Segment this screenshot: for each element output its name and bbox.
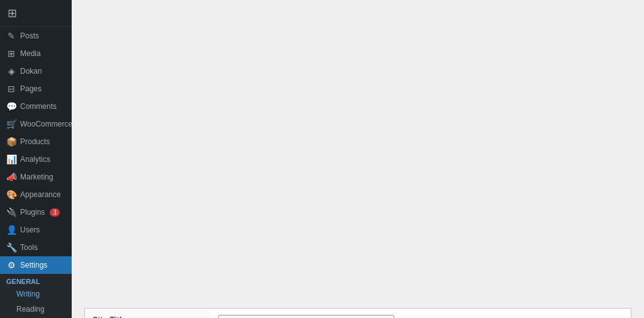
plugins-icon: 🔌 bbox=[6, 207, 16, 217]
sidebar-item-woocommerce[interactable]: 🛒WooCommerce bbox=[0, 115, 72, 133]
sidebar-item-analytics[interactable]: 📊Analytics bbox=[0, 150, 72, 168]
settings-value-site_title bbox=[211, 309, 631, 319]
sidebar-label-woocommerce: WooCommerce bbox=[20, 120, 72, 128]
users-icon: 👤 bbox=[6, 225, 16, 235]
sidebar-item-posts[interactable]: ✎Posts bbox=[0, 27, 72, 45]
input-site_title[interactable] bbox=[218, 315, 394, 318]
submenu-item-writing[interactable]: Writing bbox=[0, 287, 72, 302]
pages-icon: ⊟ bbox=[6, 84, 16, 94]
settings-submenu: GeneralWritingReadingDiscussionMediaPerm… bbox=[0, 274, 72, 318]
woocommerce-icon: 🛒 bbox=[6, 119, 16, 129]
sidebar-item-tools[interactable]: 🔧Tools bbox=[0, 239, 72, 256]
sidebar-label-posts: Posts bbox=[20, 31, 39, 40]
sidebar-item-comments[interactable]: 💬Comments bbox=[0, 98, 72, 115]
sidebar-label-dokan: Dokan bbox=[20, 67, 42, 76]
sidebar-item-media[interactable]: ⊞Media bbox=[0, 45, 72, 62]
sidebar-label-marketing: Marketing bbox=[20, 173, 53, 181]
sidebar-label-settings: Settings bbox=[20, 261, 47, 270]
analytics-icon: 📊 bbox=[6, 154, 16, 164]
comments-icon: 💬 bbox=[6, 101, 16, 111]
settings-icon: ⚙ bbox=[6, 260, 16, 270]
sidebar-label-tools: Tools bbox=[20, 243, 38, 252]
settings-label-site_title: Site Title bbox=[85, 309, 211, 319]
sidebar-nav: ✎Posts⊞Media◈Dokan⊟Pages💬Comments🛒WooCom… bbox=[0, 27, 72, 318]
sidebar-label-comments: Comments bbox=[20, 102, 57, 111]
dokan-icon: ◈ bbox=[6, 66, 16, 76]
settings-row-site_title: Site Title bbox=[85, 309, 631, 319]
sidebar-item-pages[interactable]: ⊟Pages bbox=[0, 80, 72, 98]
sidebar-label-pages: Pages bbox=[20, 84, 42, 93]
sidebar-item-plugins[interactable]: 🔌Plugins3 bbox=[0, 203, 72, 221]
products-icon: 📦 bbox=[6, 137, 16, 147]
plugins-badge: 3 bbox=[50, 208, 60, 217]
sidebar-label-products: Products bbox=[20, 137, 50, 146]
sidebar-item-users[interactable]: 👤Users bbox=[0, 221, 72, 239]
sidebar-item-products[interactable]: 📦Products bbox=[0, 133, 72, 150]
sidebar-label-media: Media bbox=[20, 49, 41, 58]
appearance-icon: 🎨 bbox=[6, 190, 16, 200]
sidebar-label-appearance: Appearance bbox=[20, 190, 61, 199]
wp-logo-icon: ⊞ bbox=[8, 6, 17, 20]
submenu-heading: General bbox=[0, 274, 72, 287]
sidebar-label-plugins: Plugins bbox=[20, 208, 45, 217]
sidebar-item-settings[interactable]: ⚙Settings bbox=[0, 256, 72, 274]
posts-icon: ✎ bbox=[6, 31, 16, 41]
sidebar-item-appearance[interactable]: 🎨Appearance bbox=[0, 186, 72, 203]
sidebar: ⊞ ✎Posts⊞Media◈Dokan⊟Pages💬Comments🛒WooC… bbox=[0, 0, 72, 318]
sidebar-label-analytics: Analytics bbox=[20, 155, 50, 164]
wp-logo: ⊞ bbox=[0, 0, 72, 27]
media-icon: ⊞ bbox=[6, 48, 16, 59]
settings-table: Site TitleTaglineIn a few words, explain… bbox=[84, 308, 631, 318]
sidebar-label-users: Users bbox=[20, 225, 40, 234]
sidebar-item-marketing[interactable]: 📣Marketing bbox=[0, 168, 72, 186]
submenu-item-reading[interactable]: Reading bbox=[0, 302, 72, 317]
tools-icon: 🔧 bbox=[6, 242, 16, 253]
main-area: Site TitleTaglineIn a few words, explain… bbox=[72, 0, 644, 318]
sidebar-item-dokan[interactable]: ◈Dokan bbox=[0, 62, 72, 80]
content-area: Site TitleTaglineIn a few words, explain… bbox=[72, 0, 644, 318]
marketing-icon: 📣 bbox=[6, 172, 16, 182]
